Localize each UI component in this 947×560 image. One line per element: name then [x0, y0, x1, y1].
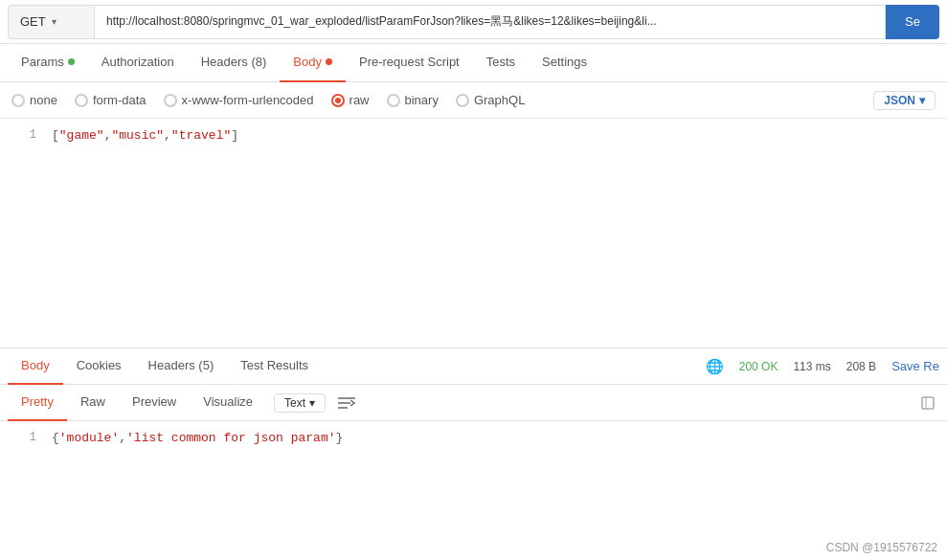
- resp-str-list: 'list common for json param': [126, 431, 335, 445]
- resp-code-line-1: 1 {'module','list common for json param'…: [0, 431, 947, 445]
- text-chevron-icon: ▾: [309, 396, 315, 410]
- radio-graphql[interactable]: GraphQL: [456, 93, 525, 107]
- json-chevron-icon: ▾: [919, 94, 925, 107]
- wrap-lines-button[interactable]: [333, 390, 360, 416]
- radio-urlencoded[interactable]: x-www-form-urlencoded: [164, 93, 314, 107]
- resp-body-tab-raw-label: Raw: [80, 394, 105, 409]
- json-badge-label: JSON: [884, 94, 915, 107]
- response-code-area: 1 {'module','list common for json param'…: [0, 421, 947, 455]
- radio-raw-circle: [331, 94, 345, 107]
- radio-form-data-circle: [75, 94, 88, 107]
- resp-body-tab-pretty-label: Pretty: [21, 394, 54, 409]
- bracket-close: ]: [231, 128, 238, 143]
- response-body-tabs: Pretty Raw Preview Visualize Text ▾: [0, 385, 947, 421]
- tab-body-label: Body: [293, 55, 322, 69]
- radio-raw-label: raw: [349, 93, 370, 107]
- resp-tab-test-results[interactable]: Test Results: [227, 348, 322, 385]
- resp-body-tab-visualize[interactable]: Visualize: [190, 385, 266, 421]
- tab-settings-label: Settings: [542, 55, 587, 69]
- tab-headers-label: Headers (8): [201, 55, 267, 69]
- tab-settings[interactable]: Settings: [529, 44, 600, 82]
- expand-button[interactable]: [916, 392, 939, 414]
- radio-graphql-circle: [456, 94, 469, 107]
- response-size: 208 B: [846, 360, 876, 373]
- radio-binary-circle: [387, 94, 400, 107]
- radio-binary-label: binary: [405, 93, 439, 107]
- method-label: GET: [20, 14, 46, 29]
- watermark: CSDN @1915576722: [826, 541, 937, 554]
- str-game: "game": [59, 128, 104, 143]
- resp-body-tab-preview-label: Preview: [132, 394, 176, 409]
- text-format-label: Text: [284, 396, 305, 410]
- response-actions: [916, 392, 939, 414]
- method-chevron-icon: ▾: [52, 16, 56, 27]
- tab-pre-request-label: Pre-request Script: [359, 55, 460, 69]
- radio-urlencoded-circle: [164, 94, 177, 107]
- resp-line-num-1: 1: [8, 431, 36, 444]
- comma-2: ,: [164, 128, 171, 143]
- request-tabs: Params Authorization Headers (8) Body Pr…: [0, 44, 947, 82]
- resp-brace-close: }: [335, 431, 343, 445]
- resp-comma: ,: [119, 431, 126, 445]
- code-content-1: ["game","music","travel"]: [52, 128, 238, 143]
- request-editor[interactable]: 1 ["game","music","travel"]: [0, 119, 947, 348]
- response-meta: 🌐 200 OK 113 ms 208 B Save Re: [706, 358, 939, 375]
- body-dot: [326, 58, 332, 65]
- response-time: 113 ms: [793, 360, 830, 373]
- resp-body-tab-pretty[interactable]: Pretty: [8, 385, 67, 421]
- tab-params-label: Params: [21, 55, 64, 69]
- response-status: 200 OK: [739, 360, 778, 373]
- radio-graphql-label: GraphQL: [474, 93, 525, 107]
- tab-pre-request-script[interactable]: Pre-request Script: [346, 44, 473, 82]
- tab-params[interactable]: Params: [8, 44, 88, 82]
- body-options: none form-data x-www-form-urlencoded raw…: [0, 82, 947, 119]
- json-format-select[interactable]: JSON ▾: [873, 91, 936, 110]
- resp-tab-cookies-label: Cookies: [77, 358, 122, 372]
- expand-icon: [921, 396, 935, 410]
- svg-rect-3: [922, 397, 934, 409]
- resp-body-tab-raw[interactable]: Raw: [67, 385, 119, 421]
- send-button[interactable]: Se: [886, 5, 939, 39]
- radio-none[interactable]: none: [11, 93, 57, 107]
- resp-body-tab-visualize-label: Visualize: [203, 394, 253, 409]
- tab-tests-label: Tests: [486, 55, 515, 69]
- radio-urlencoded-label: x-www-form-urlencoded: [182, 93, 314, 107]
- str-music: "music": [111, 128, 164, 143]
- response-tabs: Body Cookies Headers (5) Test Results 🌐 …: [0, 348, 947, 385]
- globe-icon: 🌐: [706, 358, 724, 375]
- resp-tab-cookies[interactable]: Cookies: [63, 348, 135, 385]
- resp-tab-headers-label: Headers (5): [148, 358, 214, 372]
- resp-str-module: 'module': [59, 431, 119, 445]
- radio-none-circle: [11, 94, 25, 107]
- text-format-select[interactable]: Text ▾: [274, 393, 326, 413]
- params-dot: [68, 58, 75, 65]
- resp-brace-open: {: [52, 431, 59, 445]
- radio-binary[interactable]: binary: [387, 93, 439, 107]
- resp-tab-body[interactable]: Body: [8, 348, 63, 385]
- bracket-open: [: [52, 128, 59, 143]
- response-section: Body Cookies Headers (5) Test Results 🌐 …: [0, 348, 947, 455]
- resp-body-tab-preview[interactable]: Preview: [119, 385, 190, 421]
- radio-raw[interactable]: raw: [331, 93, 370, 107]
- radio-form-data[interactable]: form-data: [75, 93, 147, 107]
- radio-form-data-label: form-data: [93, 93, 147, 107]
- tab-tests[interactable]: Tests: [473, 44, 529, 82]
- method-select[interactable]: GET ▾: [8, 5, 94, 39]
- tab-body[interactable]: Body: [280, 44, 346, 82]
- resp-tab-headers[interactable]: Headers (5): [135, 348, 228, 385]
- tab-authorization[interactable]: Authorization: [88, 44, 188, 82]
- tab-authorization-label: Authorization: [101, 55, 174, 69]
- resp-tab-test-results-label: Test Results: [240, 358, 308, 372]
- save-response-button[interactable]: Save Re: [891, 359, 939, 373]
- resp-code-content-1: {'module','list common for json param'}: [52, 431, 343, 445]
- url-bar: GET ▾ Se: [0, 0, 947, 44]
- code-line-1: 1 ["game","music","travel"]: [0, 128, 947, 143]
- line-number-1: 1: [8, 128, 36, 142]
- resp-tab-body-label: Body: [21, 358, 50, 372]
- tab-headers[interactable]: Headers (8): [188, 44, 281, 82]
- radio-none-label: none: [30, 93, 57, 107]
- str-travel: "travel": [171, 128, 231, 143]
- wrap-lines-icon: [338, 396, 355, 410]
- url-input[interactable]: [94, 5, 886, 39]
